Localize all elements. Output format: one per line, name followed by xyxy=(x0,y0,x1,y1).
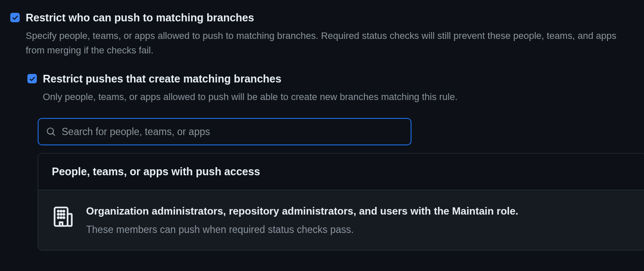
option-description: Only people, teams, or apps allowed to p… xyxy=(43,90,634,104)
svg-point-3 xyxy=(63,211,65,212)
svg-point-8 xyxy=(60,217,62,218)
option-title: Restrict who can push to matching branch… xyxy=(26,10,634,25)
svg-point-4 xyxy=(58,214,59,215)
option-restrict-push: Restrict who can push to matching branch… xyxy=(10,10,634,58)
option-title: Restrict pushes that create matching bra… xyxy=(43,71,634,86)
panel-title: People, teams, or apps with push access xyxy=(52,165,632,178)
checkmark-icon xyxy=(29,76,36,82)
push-access-panel: People, teams, or apps with push access … xyxy=(38,153,644,250)
panel-item-primary: Organization administrators, repository … xyxy=(86,204,519,218)
option-content: Restrict pushes that create matching bra… xyxy=(43,71,634,104)
panel-item-secondary: These members can push when required sta… xyxy=(86,223,519,236)
svg-point-6 xyxy=(63,214,65,215)
restrict-create-checkbox[interactable] xyxy=(27,74,37,83)
checkmark-icon xyxy=(12,15,18,21)
panel-body: Organization administrators, repository … xyxy=(38,190,644,250)
option-restrict-create: Restrict pushes that create matching bra… xyxy=(27,71,634,104)
search-container xyxy=(38,118,634,145)
svg-point-7 xyxy=(58,217,59,218)
svg-point-5 xyxy=(60,214,62,215)
option-content: Restrict who can push to matching branch… xyxy=(26,10,634,58)
svg-point-1 xyxy=(58,211,59,212)
svg-point-2 xyxy=(60,211,62,212)
svg-point-9 xyxy=(63,217,65,218)
organization-icon xyxy=(52,206,74,228)
search-box[interactable] xyxy=(38,118,411,145)
search-input[interactable] xyxy=(62,126,403,138)
panel-header: People, teams, or apps with push access xyxy=(38,153,644,190)
option-description: Specify people, teams, or apps allowed t… xyxy=(26,29,634,58)
search-icon xyxy=(46,127,56,136)
panel-item-text: Organization administrators, repository … xyxy=(86,204,519,236)
restrict-push-checkbox[interactable] xyxy=(10,13,20,22)
